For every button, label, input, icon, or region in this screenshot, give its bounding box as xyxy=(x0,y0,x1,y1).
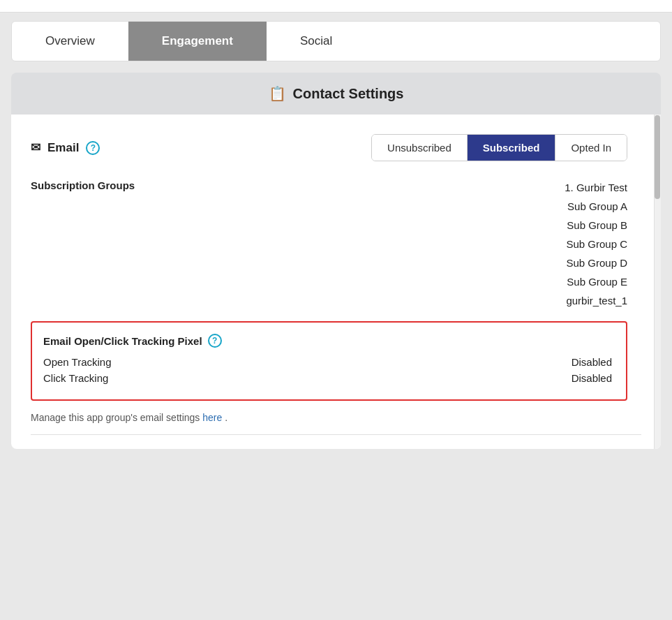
top-bar xyxy=(0,0,672,13)
manage-link[interactable]: here xyxy=(202,412,222,423)
section-header: 📋 Contact Settings xyxy=(11,73,661,115)
list-item: Sub Group A xyxy=(565,197,627,216)
contact-settings-icon: 📋 xyxy=(269,85,286,102)
scroll-indicator[interactable] xyxy=(654,115,661,449)
email-label: ✉ Email ? xyxy=(31,140,100,155)
manage-prefix: Manage this app group's email settings xyxy=(31,412,200,423)
tracking-row-open: Open Tracking Disabled xyxy=(43,356,612,368)
scroll-thumb xyxy=(655,115,660,199)
email-icon: ✉ xyxy=(31,140,40,155)
open-tracking-value: Disabled xyxy=(572,356,612,368)
subscription-buttons: Unsubscribed Subscribed Opted In xyxy=(371,134,627,161)
tab-engagement[interactable]: Engagement xyxy=(128,22,267,61)
subscription-groups-label: Subscription Groups xyxy=(31,179,135,191)
list-item: 1. Gurbir Test xyxy=(565,178,627,197)
open-tracking-label: Open Tracking xyxy=(43,356,112,368)
subscription-groups-list: 1. Gurbir Test Sub Group A Sub Group B S… xyxy=(565,178,627,310)
tab-overview[interactable]: Overview xyxy=(12,22,128,61)
contact-settings-section: 📋 Contact Settings ✉ Email ? Unsubscribe… xyxy=(11,73,661,449)
list-item: Sub Group B xyxy=(565,216,627,235)
manage-text: Manage this app group's email settings h… xyxy=(31,412,641,423)
tracking-title-text: Email Open/Click Tracking Pixel xyxy=(43,335,202,347)
tab-social[interactable]: Social xyxy=(267,22,366,61)
btn-subscribed[interactable]: Subscribed xyxy=(468,135,556,161)
click-tracking-label: Click Tracking xyxy=(43,372,108,384)
manage-suffix: . xyxy=(225,412,227,423)
btn-opted-in[interactable]: Opted In xyxy=(555,135,627,161)
email-row: ✉ Email ? Unsubscribed Subscribed Opted … xyxy=(31,134,641,161)
tracking-title: Email Open/Click Tracking Pixel ? xyxy=(43,334,612,348)
section-body: ✉ Email ? Unsubscribed Subscribed Opted … xyxy=(11,115,661,449)
tracking-section: Email Open/Click Tracking Pixel ? Open T… xyxy=(31,321,627,401)
divider xyxy=(31,434,641,435)
list-item: Sub Group E xyxy=(565,272,627,291)
section-title: Contact Settings xyxy=(293,86,404,102)
list-item: Sub Group D xyxy=(565,253,627,272)
click-tracking-value: Disabled xyxy=(572,372,612,384)
email-help-icon[interactable]: ? xyxy=(86,141,100,155)
tabs-container: Overview Engagement Social xyxy=(11,21,661,61)
btn-unsubscribed[interactable]: Unsubscribed xyxy=(372,135,468,161)
list-item: Sub Group C xyxy=(565,235,627,253)
tracking-help-icon[interactable]: ? xyxy=(208,334,222,348)
tracking-row-click: Click Tracking Disabled xyxy=(43,372,612,384)
email-text: Email xyxy=(47,141,79,155)
list-item: gurbir_test_1 xyxy=(565,291,627,310)
subscription-groups-row: Subscription Groups 1. Gurbir Test Sub G… xyxy=(31,178,641,310)
